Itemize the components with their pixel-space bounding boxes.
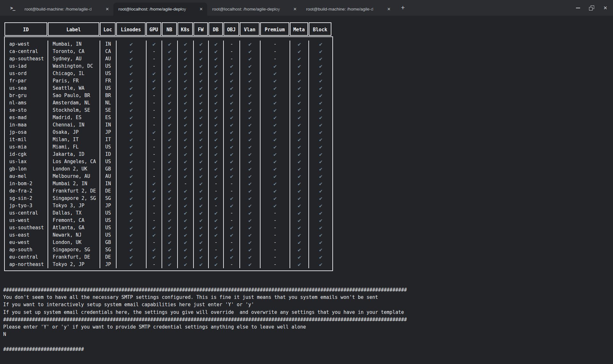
check-icon: ✔ bbox=[230, 246, 233, 253]
region-label: Seattle, WA bbox=[48, 85, 100, 92]
capability-cell: - bbox=[178, 180, 194, 187]
check-icon: ✔ bbox=[319, 173, 322, 179]
capability-cell: ✔ bbox=[178, 107, 194, 114]
capability-cell: ✔ bbox=[290, 77, 309, 85]
restore-window-icon[interactable] bbox=[589, 5, 594, 11]
check-icon: ✔ bbox=[168, 166, 171, 172]
tab-close-icon[interactable]: ✕ bbox=[198, 7, 205, 11]
capability-cell: ✔ bbox=[194, 261, 209, 268]
dash-mark: - bbox=[274, 56, 276, 62]
check-icon: ✔ bbox=[214, 195, 217, 201]
check-icon: ✔ bbox=[230, 136, 233, 143]
capability-cell: ✔ bbox=[178, 55, 194, 63]
capability-cell: ✔ bbox=[209, 151, 224, 158]
check-icon: ✔ bbox=[248, 246, 252, 253]
capability-cell: ✔ bbox=[240, 254, 261, 261]
capability-cell: ✔ bbox=[290, 231, 309, 239]
check-icon: ✔ bbox=[214, 210, 217, 216]
check-icon: ✔ bbox=[319, 144, 322, 150]
capability-cell: ✔ bbox=[117, 77, 147, 85]
column-header-meta: Meta bbox=[290, 22, 308, 36]
check-icon: ✔ bbox=[319, 210, 322, 216]
capability-cell: ✔ bbox=[224, 85, 240, 92]
terminal-tab[interactable]: root@build-machine: /home/agile-d✕ bbox=[301, 3, 395, 16]
terminal-tab[interactable]: root@localhost: /home/agile-deploy✕ bbox=[113, 3, 207, 16]
region-loc: FR bbox=[100, 77, 117, 85]
check-icon: ✔ bbox=[214, 158, 217, 165]
check-icon: ✔ bbox=[273, 129, 276, 135]
check-icon: ✔ bbox=[214, 63, 217, 69]
check-icon: ✔ bbox=[130, 144, 133, 150]
column-header-linodes: Linodes bbox=[116, 22, 146, 36]
capability-cell: ✔ bbox=[209, 261, 224, 268]
region-label: Mumbai, IN bbox=[48, 41, 100, 48]
tab-close-icon[interactable]: ✕ bbox=[104, 7, 111, 11]
capability-cell: ✔ bbox=[117, 254, 147, 261]
capability-cell: ✔ bbox=[224, 63, 240, 70]
capability-cell: ✔ bbox=[309, 70, 332, 77]
capability-cell: ✔ bbox=[309, 224, 332, 231]
check-icon: ✔ bbox=[273, 151, 276, 157]
capability-cell: ✔ bbox=[261, 202, 290, 209]
check-icon: ✔ bbox=[273, 202, 276, 209]
capability-cell: - bbox=[147, 121, 162, 129]
check-icon: ✔ bbox=[319, 246, 322, 253]
capability-cell: ✔ bbox=[290, 70, 309, 77]
check-icon: ✔ bbox=[298, 122, 301, 128]
tab-close-icon[interactable]: ✕ bbox=[385, 7, 392, 11]
check-icon: ✔ bbox=[319, 224, 322, 231]
capability-cell: ✔ bbox=[117, 55, 147, 63]
capability-cell: ✔ bbox=[290, 136, 309, 143]
capability-cell: ✔ bbox=[309, 246, 332, 254]
region-label: Mumbai 2, IN bbox=[48, 180, 100, 187]
check-icon: ✔ bbox=[319, 129, 322, 135]
terminal-tab[interactable]: root@build-machine: /home/agile-d✕ bbox=[19, 3, 113, 16]
capability-cell: ✔ bbox=[117, 136, 147, 143]
capability-cell: - bbox=[261, 48, 290, 55]
capability-cell: ✔ bbox=[194, 136, 209, 143]
capability-cell: ✔ bbox=[147, 41, 162, 48]
tab-close-icon[interactable]: ✕ bbox=[291, 7, 299, 11]
capability-cell: ✔ bbox=[162, 48, 178, 55]
check-icon: ✔ bbox=[319, 56, 322, 62]
capability-cell: ✔ bbox=[261, 151, 290, 158]
terminal-content[interactable]: IDLabelLocLinodesGPUNBK8sFWDBOBJVlanPrem… bbox=[0, 16, 613, 353]
capability-cell: ✔ bbox=[290, 107, 309, 114]
capability-cell: ✔ bbox=[194, 173, 209, 180]
check-icon: ✔ bbox=[199, 78, 202, 84]
capability-cell: ✔ bbox=[309, 165, 332, 173]
capability-cell: ✔ bbox=[209, 48, 224, 55]
minimize-icon[interactable] bbox=[575, 5, 580, 11]
capability-cell: ✔ bbox=[224, 202, 240, 209]
dash-mark: - bbox=[215, 203, 217, 209]
check-icon: ✔ bbox=[298, 217, 301, 224]
check-icon: ✔ bbox=[130, 48, 133, 55]
check-icon: ✔ bbox=[214, 136, 217, 143]
check-icon: ✔ bbox=[184, 232, 187, 238]
new-tab-button[interactable]: + bbox=[398, 3, 408, 13]
capability-cell: ✔ bbox=[178, 158, 194, 165]
check-icon: ✔ bbox=[130, 158, 133, 165]
capability-cell: ✔ bbox=[209, 70, 224, 77]
dash-mark: - bbox=[215, 247, 217, 253]
check-icon: ✔ bbox=[184, 224, 187, 231]
check-icon: ✔ bbox=[214, 56, 217, 62]
dash-mark: - bbox=[184, 181, 187, 186]
column-header-obj: OBJ bbox=[223, 22, 239, 36]
check-icon: ✔ bbox=[273, 173, 276, 179]
capability-cell: ✔ bbox=[117, 151, 147, 158]
region-label: Newark, NJ bbox=[48, 231, 100, 239]
region-id: it-mil bbox=[5, 136, 48, 143]
terminal-tab[interactable]: root@localhost: /home/agile-deploy✕ bbox=[207, 3, 301, 16]
region-id: ca-central bbox=[5, 48, 48, 55]
check-icon: ✔ bbox=[319, 202, 322, 209]
region-label: Osaka, JP bbox=[48, 129, 100, 136]
check-icon: ✔ bbox=[184, 261, 187, 268]
dash-mark: - bbox=[230, 49, 233, 54]
check-icon: ✔ bbox=[273, 70, 276, 77]
capability-cell: ✔ bbox=[162, 143, 178, 151]
capability-cell: ✔ bbox=[224, 151, 240, 158]
capability-cell: ✔ bbox=[117, 261, 147, 268]
close-window-icon[interactable]: ✕ bbox=[603, 5, 608, 11]
check-icon: ✔ bbox=[168, 261, 171, 268]
